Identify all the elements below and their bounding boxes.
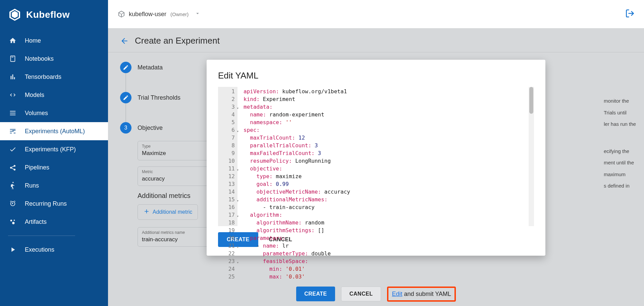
home-icon <box>8 37 17 44</box>
svg-point-3 <box>10 220 12 222</box>
sidebar-item-label: Artifacts <box>25 218 47 225</box>
alarm-icon <box>8 200 17 207</box>
sidebar-item[interactable]: Recurring Runs <box>0 195 108 213</box>
field-value: accuracy <box>142 175 207 182</box>
namespace-selector[interactable]: kubeflow-user (Owner) <box>117 10 201 18</box>
sidebar: Kubeflow HomeNotebooksTensorboardsModels… <box>0 0 108 306</box>
additional-metric-name-field[interactable]: Additional metrics name train-accuracy <box>138 227 225 247</box>
sidebar-item[interactable]: Volumes <box>0 104 108 122</box>
add-metric-label: Additional metric <box>153 209 192 215</box>
notebook-icon <box>8 55 17 62</box>
objective-type-field[interactable]: Type Maximize <box>138 141 211 160</box>
sidebar-item-label: Home <box>25 37 41 44</box>
logout-icon[interactable] <box>625 9 635 19</box>
sidebar-item[interactable]: Home <box>0 32 108 50</box>
check-done-icon <box>8 146 17 153</box>
pencil-icon <box>120 92 131 103</box>
objective-metric-field[interactable]: Metric accuracy <box>138 166 211 186</box>
additional-metrics-heading: Additional metrics <box>138 192 632 200</box>
brand-logo[interactable]: Kubeflow <box>0 0 108 32</box>
step-metadata[interactable]: Metadata <box>120 62 632 73</box>
field-label: Type <box>142 144 207 149</box>
sidebar-item[interactable]: Tensorboards <box>0 68 108 86</box>
sidebar-item-label: Notebooks <box>25 55 54 62</box>
step-label: Metadata <box>138 64 163 71</box>
sidebar-item[interactable]: Pipelines <box>0 158 108 176</box>
pencil-icon <box>120 62 131 73</box>
play-icon <box>8 246 17 253</box>
brand-name: Kubeflow <box>26 9 70 20</box>
sidebar-item-label: Executions <box>25 246 54 253</box>
sidebar-item-label: Tensorboards <box>25 73 61 81</box>
svg-point-4 <box>14 220 15 221</box>
sidebar-item[interactable]: Models <box>0 86 108 104</box>
edit-underline: Edit <box>392 291 402 297</box>
code-icon <box>8 91 17 99</box>
add-additional-metric-button[interactable]: Additional metric <box>138 204 198 220</box>
list-icon <box>8 109 17 117</box>
namespace-icon <box>117 10 125 18</box>
page-cancel-button[interactable]: CANCEL <box>341 287 381 301</box>
sidebar-item-label: Pipelines <box>25 164 49 171</box>
namespace-role: (Owner) <box>170 11 189 17</box>
step-trial-thresholds[interactable]: Trial Thresholds <box>120 92 632 103</box>
kubeflow-logo-icon <box>8 8 21 21</box>
sidebar-item[interactable]: Artifacts <box>0 213 108 231</box>
field-label: Metric <box>142 169 207 174</box>
sidebar-item-label: Models <box>25 92 44 99</box>
plus-icon <box>143 208 150 216</box>
step-number: 3 <box>120 122 131 134</box>
bar-chart-icon <box>8 73 17 81</box>
chevron-down-icon <box>195 10 201 18</box>
sidebar-item[interactable]: Experiments (AutoML) <box>0 122 108 140</box>
field-value: train-accuracy <box>142 236 220 243</box>
sidebar-item-label: Runs <box>25 182 39 189</box>
namespace-name: kubeflow-user <box>129 11 166 18</box>
topbar: kubeflow-user (Owner) <box>108 0 644 28</box>
bubbles-icon <box>8 218 17 225</box>
edit-and-submit-yaml-link[interactable]: Edit and submit YAML <box>387 287 455 302</box>
back-arrow-icon[interactable] <box>120 37 129 45</box>
runner-icon <box>8 182 17 189</box>
field-label: Additional metrics name <box>142 230 220 235</box>
page-title: Create an Experiment <box>135 36 220 46</box>
page-action-bar: CREATE CANCEL Edit and submit YAML <box>108 282 644 306</box>
help-text: monitor the Trials until ler has run the… <box>604 95 644 192</box>
step-label: Trial Thresholds <box>138 94 180 101</box>
tune-icon <box>8 128 17 135</box>
sidebar-item-label: Experiments (KFP) <box>25 146 76 153</box>
page-create-button[interactable]: CREATE <box>296 287 335 301</box>
sidebar-item-label: Volumes <box>25 110 48 117</box>
main-content: Create an Experiment Metadata Trial Thre… <box>108 28 644 306</box>
edit-yaml-suffix: and submit YAML <box>402 291 451 297</box>
sidebar-item-label: Experiments (AutoML) <box>25 128 85 135</box>
sidebar-item[interactable]: Runs <box>0 176 108 195</box>
step-objective[interactable]: 3 Objective <box>120 122 632 134</box>
sidebar-item[interactable]: Notebooks <box>0 50 108 68</box>
svg-point-5 <box>12 222 14 224</box>
stepper: Metadata Trial Thresholds 3 Objective Ty… <box>108 52 644 262</box>
sidebar-item-label: Recurring Runs <box>25 200 67 207</box>
share-nodes-icon <box>8 164 17 171</box>
sidebar-item[interactable]: Executions <box>0 241 108 259</box>
step-label: Objective <box>138 124 163 132</box>
field-value: Maximize <box>142 150 207 157</box>
sidebar-item[interactable]: Experiments (KFP) <box>0 140 108 158</box>
